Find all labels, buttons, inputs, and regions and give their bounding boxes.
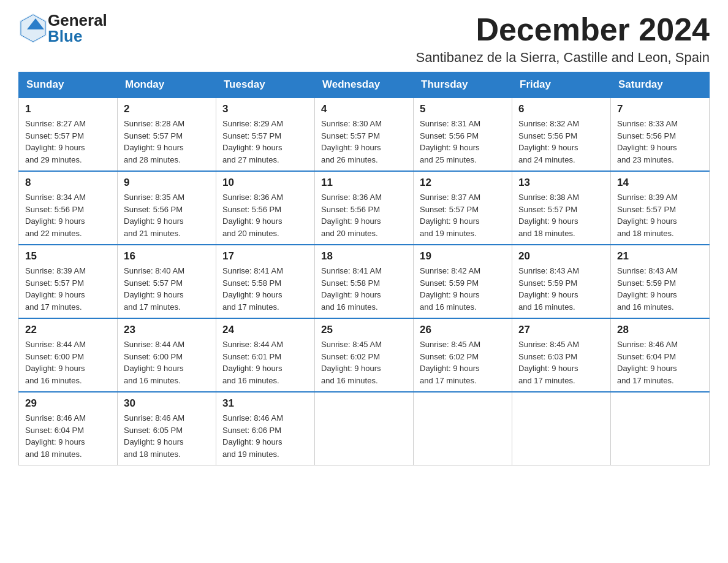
day-info: Sunrise: 8:43 AMSunset: 5:59 PMDaylight:…	[518, 265, 604, 313]
day-info: Sunrise: 8:32 AMSunset: 5:56 PMDaylight:…	[518, 118, 604, 166]
calendar-day-cell: 9Sunrise: 8:35 AMSunset: 5:56 PMDaylight…	[118, 171, 216, 245]
calendar-day-cell: 6Sunrise: 8:32 AMSunset: 5:56 PMDaylight…	[512, 98, 611, 171]
empty-cell	[414, 392, 512, 465]
day-number: 16	[124, 250, 210, 262]
page-header: General Blue December 2024 Santibanez de…	[18, 12, 710, 66]
calendar-day-cell: 25Sunrise: 8:45 AMSunset: 6:02 PMDayligh…	[315, 318, 414, 392]
calendar-day-cell: 1Sunrise: 8:27 AMSunset: 5:57 PMDaylight…	[19, 98, 118, 171]
calendar-day-cell: 17Sunrise: 8:41 AMSunset: 5:58 PMDayligh…	[216, 245, 315, 318]
logo-general-text: General	[48, 12, 107, 28]
calendar-day-cell: 30Sunrise: 8:46 AMSunset: 6:05 PMDayligh…	[118, 392, 216, 465]
day-info: Sunrise: 8:39 AMSunset: 5:57 PMDaylight:…	[617, 191, 703, 239]
day-info: Sunrise: 8:30 AMSunset: 5:57 PMDaylight:…	[321, 118, 407, 166]
logo-text: General Blue	[48, 12, 107, 44]
calendar-day-cell: 23Sunrise: 8:44 AMSunset: 6:00 PMDayligh…	[118, 318, 216, 392]
calendar-day-cell: 11Sunrise: 8:36 AMSunset: 5:56 PMDayligh…	[315, 171, 414, 245]
calendar-day-cell: 29Sunrise: 8:46 AMSunset: 6:04 PMDayligh…	[19, 392, 118, 465]
header-monday: Monday	[118, 72, 216, 98]
day-number: 31	[222, 397, 308, 410]
empty-cell	[512, 392, 611, 465]
day-info: Sunrise: 8:46 AMSunset: 6:05 PMDaylight:…	[124, 412, 210, 460]
day-number: 19	[420, 250, 506, 262]
day-info: Sunrise: 8:36 AMSunset: 5:56 PMDaylight:…	[321, 191, 407, 239]
header-sunday: Sunday	[19, 72, 118, 98]
day-info: Sunrise: 8:46 AMSunset: 6:06 PMDaylight:…	[222, 412, 308, 460]
day-number: 29	[25, 397, 111, 410]
day-number: 25	[321, 324, 407, 336]
day-info: Sunrise: 8:45 AMSunset: 6:02 PMDaylight:…	[321, 339, 407, 386]
calendar-day-cell: 12Sunrise: 8:37 AMSunset: 5:57 PMDayligh…	[414, 171, 512, 245]
calendar-day-cell: 22Sunrise: 8:44 AMSunset: 6:00 PMDayligh…	[19, 318, 118, 392]
calendar-day-cell: 16Sunrise: 8:40 AMSunset: 5:57 PMDayligh…	[118, 245, 216, 318]
main-title: December 2024	[416, 12, 710, 47]
calendar-day-cell: 2Sunrise: 8:28 AMSunset: 5:57 PMDaylight…	[118, 98, 216, 171]
day-info: Sunrise: 8:44 AMSunset: 6:00 PMDaylight:…	[25, 339, 111, 386]
calendar-week-row: 15Sunrise: 8:39 AMSunset: 5:57 PMDayligh…	[19, 245, 710, 318]
day-number: 5	[420, 103, 506, 115]
day-info: Sunrise: 8:41 AMSunset: 5:58 PMDaylight:…	[222, 265, 308, 313]
day-info: Sunrise: 8:33 AMSunset: 5:56 PMDaylight:…	[617, 118, 703, 166]
empty-cell	[611, 392, 710, 465]
header-saturday: Saturday	[611, 72, 710, 98]
day-info: Sunrise: 8:36 AMSunset: 5:56 PMDaylight:…	[222, 191, 308, 239]
day-info: Sunrise: 8:45 AMSunset: 6:03 PMDaylight:…	[518, 339, 604, 386]
day-number: 26	[420, 324, 506, 336]
calendar-day-cell: 21Sunrise: 8:43 AMSunset: 5:59 PMDayligh…	[611, 245, 710, 318]
calendar-day-cell: 28Sunrise: 8:46 AMSunset: 6:04 PMDayligh…	[611, 318, 710, 392]
calendar-day-cell: 14Sunrise: 8:39 AMSunset: 5:57 PMDayligh…	[611, 171, 710, 245]
calendar-day-cell: 4Sunrise: 8:30 AMSunset: 5:57 PMDaylight…	[315, 98, 414, 171]
calendar-day-cell: 31Sunrise: 8:46 AMSunset: 6:06 PMDayligh…	[216, 392, 315, 465]
day-number: 21	[617, 250, 703, 262]
day-number: 8	[25, 177, 111, 189]
calendar-week-row: 1Sunrise: 8:27 AMSunset: 5:57 PMDaylight…	[19, 98, 710, 171]
day-number: 7	[617, 103, 703, 115]
header-tuesday: Tuesday	[216, 72, 315, 98]
calendar-day-cell: 5Sunrise: 8:31 AMSunset: 5:56 PMDaylight…	[414, 98, 512, 171]
day-info: Sunrise: 8:39 AMSunset: 5:57 PMDaylight:…	[25, 265, 111, 313]
calendar-week-row: 22Sunrise: 8:44 AMSunset: 6:00 PMDayligh…	[19, 318, 710, 392]
day-info: Sunrise: 8:46 AMSunset: 6:04 PMDaylight:…	[617, 339, 703, 386]
calendar-day-cell: 15Sunrise: 8:39 AMSunset: 5:57 PMDayligh…	[19, 245, 118, 318]
title-area: December 2024 Santibanez de la Sierra, C…	[416, 12, 710, 66]
header-friday: Friday	[512, 72, 611, 98]
day-info: Sunrise: 8:35 AMSunset: 5:56 PMDaylight:…	[124, 191, 210, 239]
day-info: Sunrise: 8:42 AMSunset: 5:59 PMDaylight:…	[420, 265, 506, 313]
day-info: Sunrise: 8:45 AMSunset: 6:02 PMDaylight:…	[420, 339, 506, 386]
day-info: Sunrise: 8:27 AMSunset: 5:57 PMDaylight:…	[25, 118, 111, 166]
calendar-week-row: 29Sunrise: 8:46 AMSunset: 6:04 PMDayligh…	[19, 392, 710, 465]
calendar-day-cell: 7Sunrise: 8:33 AMSunset: 5:56 PMDaylight…	[611, 98, 710, 171]
day-number: 30	[124, 397, 210, 410]
logo-blue-text: Blue	[48, 28, 107, 44]
day-info: Sunrise: 8:46 AMSunset: 6:04 PMDaylight:…	[25, 412, 111, 460]
day-number: 20	[518, 250, 604, 262]
day-info: Sunrise: 8:37 AMSunset: 5:57 PMDaylight:…	[420, 191, 506, 239]
day-info: Sunrise: 8:41 AMSunset: 5:58 PMDaylight:…	[321, 265, 407, 313]
day-number: 22	[25, 324, 111, 336]
header-wednesday: Wednesday	[315, 72, 414, 98]
day-number: 28	[617, 324, 703, 336]
day-number: 12	[420, 177, 506, 189]
day-number: 3	[222, 103, 308, 115]
day-number: 10	[222, 177, 308, 189]
day-info: Sunrise: 8:44 AMSunset: 6:00 PMDaylight:…	[124, 339, 210, 386]
day-info: Sunrise: 8:40 AMSunset: 5:57 PMDaylight:…	[124, 265, 210, 313]
day-number: 9	[124, 177, 210, 189]
calendar-day-cell: 27Sunrise: 8:45 AMSunset: 6:03 PMDayligh…	[512, 318, 611, 392]
day-number: 27	[518, 324, 604, 336]
calendar-table: Sunday Monday Tuesday Wednesday Thursday…	[18, 72, 710, 465]
calendar-day-cell: 8Sunrise: 8:34 AMSunset: 5:56 PMDaylight…	[19, 171, 118, 245]
day-info: Sunrise: 8:28 AMSunset: 5:57 PMDaylight:…	[124, 118, 210, 166]
day-info: Sunrise: 8:38 AMSunset: 5:57 PMDaylight:…	[518, 191, 604, 239]
day-number: 2	[124, 103, 210, 115]
day-info: Sunrise: 8:29 AMSunset: 5:57 PMDaylight:…	[222, 118, 308, 166]
day-info: Sunrise: 8:34 AMSunset: 5:56 PMDaylight:…	[25, 191, 111, 239]
day-number: 6	[518, 103, 604, 115]
calendar-day-cell: 3Sunrise: 8:29 AMSunset: 5:57 PMDaylight…	[216, 98, 315, 171]
day-info: Sunrise: 8:44 AMSunset: 6:01 PMDaylight:…	[222, 339, 308, 386]
day-number: 14	[617, 177, 703, 189]
calendar-day-cell: 19Sunrise: 8:42 AMSunset: 5:59 PMDayligh…	[414, 245, 512, 318]
logo: General Blue	[18, 12, 107, 44]
subtitle: Santibanez de la Sierra, Castille and Le…	[416, 50, 710, 66]
day-number: 11	[321, 177, 407, 189]
calendar-header-row: Sunday Monday Tuesday Wednesday Thursday…	[19, 72, 710, 98]
